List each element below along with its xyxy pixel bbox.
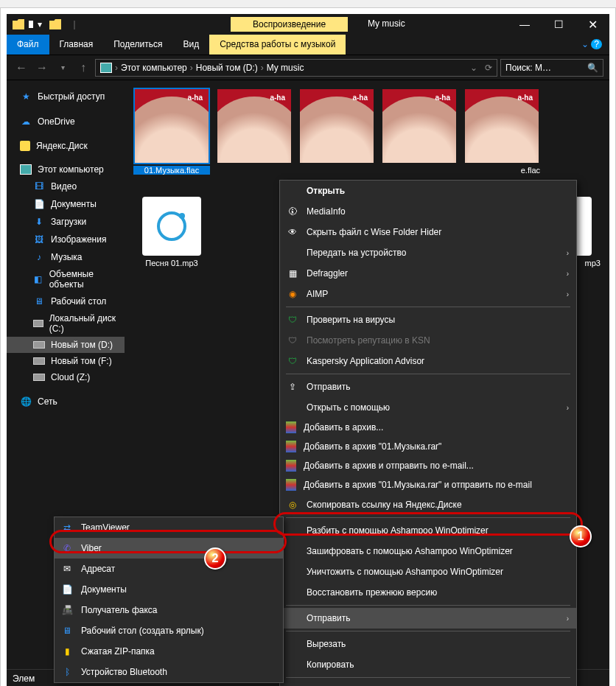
viber-icon: ✆	[60, 542, 74, 555]
back-button[interactable]: ←	[13, 59, 30, 77]
ctx-archive-email[interactable]: Добавить в архив и отправить по e-mail..…	[280, 456, 576, 475]
file-tab[interactable]: Файл	[7, 35, 49, 55]
separator	[286, 605, 570, 606]
sidebar-onedrive[interactable]: ☁OneDrive	[7, 113, 125, 130]
sendto-teamviewer[interactable]: ⇄TeamViewer	[55, 517, 283, 538]
annotation-badge-1: 1	[570, 525, 592, 547]
aimp-icon: ◉	[286, 287, 299, 301]
sidebar-this-pc[interactable]: Этот компьютер	[7, 161, 125, 178]
file-label: Песня 01.mp3	[133, 259, 210, 267]
file-item[interactable]: Песня 01.mp3	[133, 197, 210, 267]
ctx-cut[interactable]: Вырезать	[280, 634, 576, 654]
music-icon: ♪	[33, 251, 45, 263]
ctx-wise-hider[interactable]: 👁Скрыть файл с Wise Folder Hider	[280, 222, 576, 242]
playback-tab[interactable]: Воспроизведение	[231, 17, 348, 32]
ctx-aimp[interactable]: ◉AIMP›	[280, 284, 576, 304]
file-item-selected[interactable]: 01.Музыка.flac	[133, 89, 210, 175]
sidebar-item-pictures[interactable]: 🖼Изображения	[7, 231, 125, 248]
share-icon: ⇪	[286, 380, 299, 393]
ctx-virus-check[interactable]: 🛡Проверить на вирусы	[280, 309, 576, 330]
breadcrumb[interactable]: Новый том (D:)	[196, 63, 258, 73]
sidebar-network[interactable]: 🌐Сеть	[7, 393, 125, 410]
ctx-ashampoo-destroy[interactable]: Уничтожить с помощью Ashampoo WinOptimiz…	[280, 561, 576, 582]
ctx-add-archive-named[interactable]: Добавить в архив "01.Музыка.rar"	[280, 437, 576, 456]
breadcrumb[interactable]: Этот компьютер	[121, 63, 187, 73]
sidebar-item-documents[interactable]: 📄Документы	[7, 195, 125, 213]
sidebar-item-downloads[interactable]: ⬇Загрузки	[7, 213, 125, 231]
minimize-button[interactable]: —	[508, 14, 542, 35]
sidebar-item-desktop[interactable]: 🖥Рабочий стол	[7, 293, 125, 310]
sidebar-quick-access[interactable]: ★Быстрый доступ	[7, 88, 125, 105]
ctx-defraggler[interactable]: ▦Defraggler›	[280, 263, 576, 284]
file-label: 01.Музыка.flac	[133, 166, 210, 175]
ctx-ashampoo-split[interactable]: Разбить с помощью Ashampoo WinOptimizer	[280, 520, 576, 541]
forward-button[interactable]: →	[33, 59, 51, 77]
ctx-yadisk-link[interactable]: ◎Скопировать ссылку на Яндекс.Диске	[280, 494, 576, 515]
wise-icon: 👁	[286, 225, 299, 239]
view-tab[interactable]: Вид	[172, 35, 209, 55]
file-item[interactable]	[298, 89, 375, 175]
search-input[interactable]: Поиск: M…🔍	[500, 59, 603, 77]
qat-check-icon[interactable]: ▾	[38, 19, 42, 29]
address-dropdown-icon[interactable]: ⌄	[470, 63, 477, 73]
ctx-share[interactable]: ⇪Отправить	[280, 377, 576, 397]
share-tab[interactable]: Поделиться	[103, 35, 172, 55]
separator	[286, 517, 570, 518]
ctx-shortcut[interactable]: Создать ярлык	[280, 680, 576, 686]
sendto-address[interactable]: ✉Адресат	[55, 559, 283, 579]
sidebar-item-video[interactable]: 🎞Видео	[7, 178, 125, 195]
sidebar-item-cloud-z[interactable]: Cloud (Z:)	[7, 369, 125, 385]
history-button[interactable]: ▾	[54, 59, 71, 77]
cube-icon: ◧	[33, 273, 43, 285]
ribbon-tabs: Файл Главная Поделиться Вид Средства раб…	[7, 35, 609, 55]
ctx-copy[interactable]: Копировать	[280, 654, 576, 675]
sidebar-item-3d[interactable]: ◧Объемные объекты	[7, 266, 125, 293]
sidebar-item-drive-c[interactable]: Локальный диск (C:)	[7, 310, 125, 337]
refresh-icon[interactable]: ⟳	[485, 63, 492, 73]
file-item[interactable]	[216, 89, 293, 175]
rar-icon	[286, 479, 296, 491]
address-bar[interactable]: › Этот компьютер › Новый том (D:) › My m…	[95, 59, 497, 77]
pc-icon	[100, 63, 112, 73]
annotation-badge-2: 2	[204, 547, 226, 570]
home-tab[interactable]: Главная	[49, 35, 104, 55]
maximize-button[interactable]: ☐	[542, 14, 575, 35]
ctx-cast[interactable]: Передать на устройство›	[280, 242, 576, 263]
drive-icon	[33, 357, 45, 365]
ctx-restore-prev[interactable]: Восстановить прежнюю версию	[280, 582, 576, 603]
ctx-kaspersky-advisor[interactable]: 🛡Kaspersky Application Advisor	[280, 351, 576, 371]
ctx-open-with[interactable]: Открыть с помощью›	[280, 397, 576, 418]
breadcrumb[interactable]: My music	[267, 63, 304, 73]
sendto-bluetooth[interactable]: ᛒУстройство Bluetooth	[55, 662, 283, 682]
qat-drop-icon[interactable]: ｜	[70, 18, 79, 31]
sidebar-item-drive-f[interactable]: Новый том (F:)	[7, 353, 125, 369]
close-button[interactable]: ✕	[575, 14, 609, 35]
sidebar-item-drive-d[interactable]: Новый том (D:)	[7, 337, 125, 353]
file-item[interactable]	[381, 89, 458, 175]
ctx-open[interactable]: Открыть	[280, 181, 576, 201]
ctx-archive-named-email[interactable]: Добавить в архив "01.Музыка.rar" и отпра…	[280, 475, 576, 494]
ctx-add-archive[interactable]: Добавить в архив...	[280, 418, 576, 437]
ctx-ashampoo-encrypt[interactable]: Зашифровать с помощью Ashampoo WinOptimi…	[280, 541, 576, 561]
sendto-zip[interactable]: ▮Сжатая ZIP-папка	[55, 641, 283, 662]
ctx-mediainfo[interactable]: 🛈MediaInfo	[280, 201, 576, 222]
rar-icon	[286, 441, 296, 452]
sendto-desktop-shortcut[interactable]: 🖥Рабочий стол (создать ярлык)	[55, 620, 283, 641]
file-item[interactable]: e.flac	[463, 89, 540, 175]
chevron-right-icon: ›	[190, 63, 193, 73]
sidebar-yandex-disk[interactable]: Яндекс.Диск	[7, 138, 125, 154]
album-cover-icon	[300, 89, 374, 163]
music-tools-tab[interactable]: Средства работы с музыкой	[209, 35, 346, 55]
pc-icon	[20, 164, 32, 175]
rar-icon	[286, 421, 296, 433]
sendto-documents[interactable]: 📄Документы	[55, 579, 283, 600]
sendto-fax[interactable]: 📠Получатель факса	[55, 600, 283, 620]
sidebar-item-music[interactable]: ♪Музыка	[7, 248, 125, 266]
sendto-viber[interactable]: ✆Viber	[55, 538, 283, 559]
up-button[interactable]: ↑	[74, 59, 92, 77]
mediainfo-icon: 🛈	[286, 205, 299, 218]
separator	[286, 631, 570, 631]
ribbon-expand-icon[interactable]: ⌄ ?	[574, 35, 609, 55]
ctx-send-to[interactable]: Отправить›	[280, 608, 576, 629]
drive-icon	[33, 320, 43, 327]
